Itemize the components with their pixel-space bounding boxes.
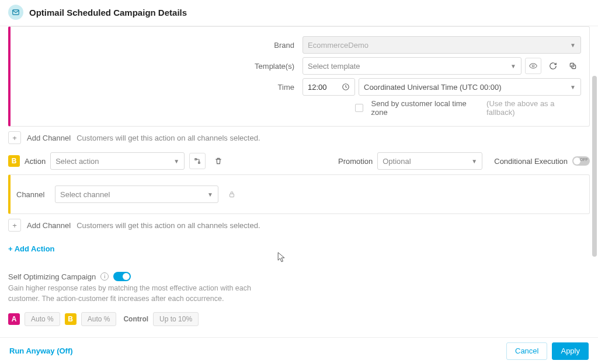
eye-icon [529,62,537,70]
action-placeholder: Select action [55,157,99,166]
add-channel-button[interactable]: + [8,219,21,232]
templates-label: Template(s) [16,62,303,71]
channel-label: Channel [16,190,49,199]
self-optimizing-title: Self Optimizing Campaign [8,272,96,281]
trash-icon [214,157,222,165]
action-a-channel-panel: Brand EcommerceDemo ▼ Template(s) Select… [8,26,590,127]
control-label: Control [123,315,148,323]
apply-button[interactable]: Apply [552,342,589,360]
add-channel-hint: Customers will get this action on all ch… [77,221,260,230]
mail-icon [8,5,23,20]
promotion-select[interactable]: Optional ▼ [377,152,482,170]
channel-placeholder: Select channel [60,190,110,199]
dialog-header: Optimail Scheduled Campaign Details [0,0,598,24]
copy-icon [569,62,577,70]
refresh-templates-button[interactable] [545,58,561,74]
templates-select[interactable]: Select template ▼ [303,57,521,75]
add-action-link[interactable]: + Add Action [8,244,55,253]
svg-point-1 [532,65,534,67]
add-channel-label: Add Channel [27,221,71,230]
scrollbar-thumb[interactable] [592,76,597,257]
promotion-label: Promotion [338,157,373,166]
chevron-down-icon: ▼ [207,191,213,198]
svg-rect-5 [230,194,234,197]
chevron-down-icon: ▼ [510,63,516,69]
brand-value: EcommerceDemo [308,41,368,50]
time-input[interactable]: 12:00 [303,78,355,96]
local-timezone-checkbox[interactable] [355,104,363,112]
channel-select[interactable]: Select channel ▼ [55,186,218,203]
action-b-header: B Action Select action ▼ Promotion Optio… [8,152,590,170]
time-label: Time [16,83,303,92]
tree-icon [193,157,201,165]
add-channel-row-b: + Add Channel Customers will get this ac… [8,219,590,232]
chevron-down-icon: ▼ [471,158,477,164]
action-select[interactable]: Select action ▼ [50,152,185,170]
timezone-select[interactable]: Coordinated Universal Time (UTC 00:00) ▼ [359,78,581,96]
self-optimizing-desc: Gain higher response rates by matching t… [8,284,259,304]
delete-action-button[interactable] [210,153,227,169]
action-reorder-button[interactable] [189,153,206,169]
copy-templates-button[interactable] [565,58,581,74]
templates-placeholder: Select template [308,62,360,71]
dialog-body: Brand EcommerceDemo ▼ Template(s) Select… [0,26,598,337]
cancel-button[interactable]: Cancel [506,342,547,360]
allocation-b-badge: B [65,313,77,325]
promotion-placeholder: Optional [383,157,411,166]
local-timezone-label: Send by customer local time zone [371,99,481,117]
allocation-row: A Auto % B Auto % Control Up to 10% [8,312,590,326]
action-b-badge: B [8,155,20,167]
local-timezone-hint: (Use the above as a fallback) [486,99,581,117]
add-channel-row-a: + Add Channel Customers will get this ac… [8,131,590,144]
self-optimizing-toggle[interactable] [113,272,131,281]
preview-template-button[interactable] [525,58,541,74]
allocation-a-badge: A [8,313,20,325]
run-anyway-link[interactable]: Run Anyway (Off) [9,346,73,355]
conditional-exec-toggle[interactable] [572,156,590,166]
dialog-footer: Run Anyway (Off) Cancel Apply [0,337,598,364]
dialog-title: Optimail Scheduled Campaign Details [29,8,187,18]
action-b-channel-panel: Channel Select channel ▼ [8,174,590,214]
self-optimizing-header: Self Optimizing Campaign i [8,272,590,281]
chevron-down-icon: ▼ [570,84,576,90]
timezone-value: Coordinated Universal Time (UTC 00:00) [364,83,502,92]
lock-icon [228,190,236,198]
clock-icon [342,83,350,91]
add-channel-hint: Customers will get this action on all ch… [77,134,260,142]
action-label: Action [25,157,46,166]
add-channel-label: Add Channel [27,134,71,142]
add-channel-button[interactable]: + [8,131,21,144]
allocation-b-value[interactable]: Auto % [81,312,117,326]
conditional-exec-label: Conditional Execution [494,157,568,166]
chevron-down-icon: ▼ [173,158,179,164]
allocation-a-value[interactable]: Auto % [25,312,60,326]
brand-select: EcommerceDemo ▼ [303,36,581,54]
refresh-icon [549,62,557,70]
brand-label: Brand [16,41,303,50]
info-icon[interactable]: i [100,272,109,281]
time-value: 12:00 [308,83,327,92]
control-value[interactable]: Up to 10% [153,312,199,326]
chevron-down-icon: ▼ [570,42,576,48]
